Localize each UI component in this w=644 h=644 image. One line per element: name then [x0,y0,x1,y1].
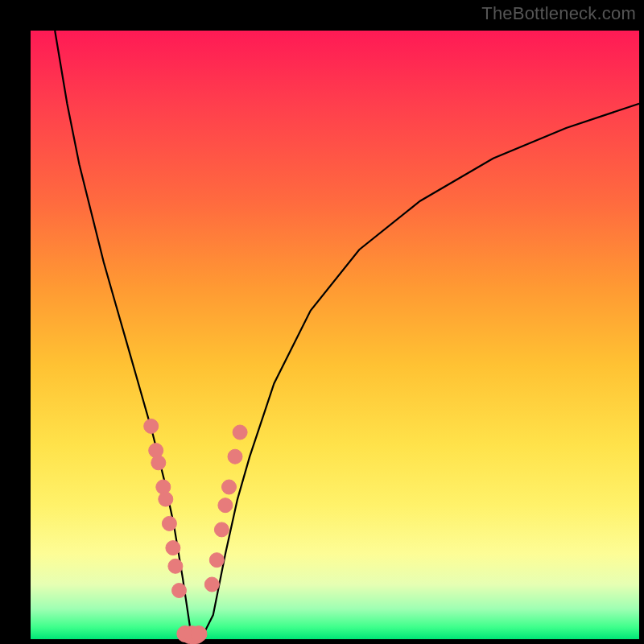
bottom-lobe [177,626,207,644]
bottleneck-curve-svg [31,31,639,639]
marker-dot [209,553,224,568]
plot-frame [31,31,639,639]
marker-dot [204,577,219,592]
marker-dot [222,480,237,494]
marker-dot [159,492,173,506]
marker-cluster-left [144,419,187,597]
marker-cluster-right [204,425,247,592]
marker-dot [166,541,180,555]
marker-dot [168,559,183,573]
marker-dot [151,456,166,470]
bottom-lobe-bump [191,626,207,642]
marker-dot [228,449,242,464]
marker-dot [172,584,187,598]
bottleneck-curve-path [55,31,639,639]
frame-border-left [0,0,31,644]
marker-dot [214,522,229,537]
marker-dot [233,425,247,440]
watermark-text: TheBottleneck.com [481,3,636,24]
marker-dot [144,419,159,433]
marker-dot [218,498,233,513]
marker-dot [162,516,176,530]
frame-border-right [639,0,644,644]
frame-border-bottom [0,639,644,644]
